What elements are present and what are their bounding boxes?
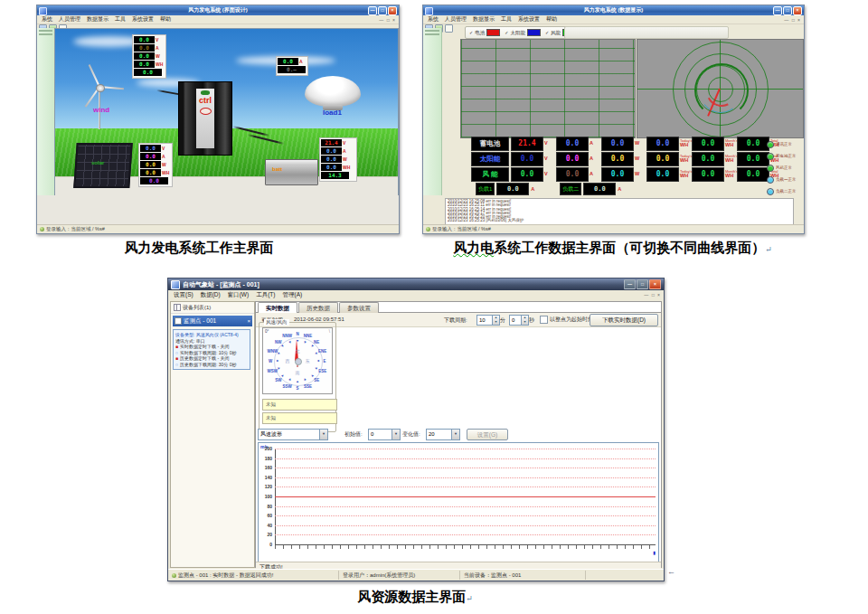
win2-sidebar[interactable] [423,28,442,195]
win3-title: 自动气象站 - [监测点 - 001] [183,280,259,289]
wind-speed-value-box[interactable]: 未知 [262,399,337,411]
lcd-value: 0.0 [692,137,724,151]
stepper-arrows-icon[interactable]: ▲▼ [492,316,499,325]
win1-mdi-controls[interactable]: — □ × [379,17,396,23]
delta-value-select[interactable]: 20 ▼ [426,429,460,440]
download-realtime-button[interactable]: 下载实时数据(D) [590,314,658,326]
menu-item-2[interactable]: 数据显示 [87,15,108,24]
solar-panel-label: solar [91,160,104,165]
unit-label: A [618,186,621,192]
status-light-3: 负载一正常 [767,174,797,185]
unit-label: W [635,141,645,146]
menu-item-3[interactable]: 工具(T) [256,291,275,299]
compass-dir-ENE: ENE [318,348,326,353]
lcd-footer-value: 0.— [278,66,306,73]
menu-item-5[interactable]: 帮助 [546,15,557,24]
chevron-down-icon[interactable]: ▼ [451,430,459,439]
menu-item-5[interactable]: 帮助 [160,15,171,24]
legend-item-1[interactable]: ✓太阳能 [505,29,541,36]
stepper-arrows-icon[interactable]: ▲▼ [521,316,528,325]
menu-item-0[interactable]: 设置(S) [174,291,193,299]
log-area[interactable]: 2010/12/23 16:25:08 err in request!2010/… [445,198,794,225]
lcd-footer-value: 14.3 [321,172,349,179]
meter-row: 0.0WH [134,61,165,68]
lcd-value: 0.0 [278,58,298,65]
tab-2[interactable]: 参数设置 [339,302,379,313]
seconds-stepper[interactable]: 0 ▲▼ [509,315,529,326]
load-label: 负载1 [476,183,495,195]
meter-row: 0.0W [134,52,165,60]
win1-sidebar[interactable] [37,28,55,195]
lcd-value: 0.0 [601,152,634,166]
compass-arrow-icon: ▲ [277,351,282,356]
menu-item-0[interactable]: 系统 [42,15,52,24]
waveform-select[interactable]: 风速波形 ▼ [258,429,328,440]
checkbox-icon[interactable] [540,316,548,324]
minimize-button[interactable]: — [773,6,782,15]
table-cell: 0.0A [556,152,599,166]
unit-label: V [544,156,554,162]
toolbar-icon[interactable] [445,24,453,33]
init-value-select[interactable]: 0 ▼ [368,429,401,440]
menu-item-1[interactable]: 人员管理 [445,15,467,24]
paragraph-mark: ↵ [466,594,473,603]
tab-0[interactable]: 实时数据 [258,302,297,313]
chevron-down-icon[interactable]: ▼ [392,430,400,439]
menu-item-2[interactable]: 数据显示 [473,15,495,24]
menu-item-2[interactable]: 窗口(W) [228,291,249,299]
unit-main: A [590,172,599,177]
maximize-button[interactable]: □ [637,279,648,289]
close-button[interactable]: × [793,6,802,15]
win1-app-icon [39,7,47,15]
set-button[interactable]: 设置(G) [467,429,508,440]
menu-item-1[interactable]: 数据(D) [201,291,221,299]
maximize-button[interactable]: □ [783,6,792,15]
lcd-value: 0.0 [646,152,679,166]
lcd-value: 0.0 [140,169,161,176]
minimize-button[interactable]: — [368,6,377,15]
menu-item-4[interactable]: 系统设置 [518,15,540,24]
checkbox-align-hour[interactable]: 以整点为起始时刻 [540,316,593,324]
compass-cn-label: 北 [296,348,300,354]
unit-label: Month'sWH [725,139,735,148]
sidebar-decor [39,30,52,32]
menu-item-3[interactable]: 工具 [501,15,512,24]
win3-content: 设备列表(1) 监测点 - 001 × 设备类型: 风速风向仪 (ACT8-4)… [168,299,664,570]
legend-label: 太阳能 [510,30,525,36]
menu-item-4[interactable]: 管理(A) [282,291,302,299]
win3-main-panel: 实时数据历史数据参数设置 更新时间： 2012-06-02 09:57:51 下… [255,301,662,568]
close-button[interactable]: × [388,6,397,15]
meter-battery: 21.4V0.0A0.0W0.0WH14.3 [319,137,357,182]
menu-item-4[interactable]: 系统设置 [132,15,154,24]
menu-item-3[interactable]: 工具 [115,15,126,24]
meter-row: 0.0A [134,44,165,52]
close-button[interactable]: × [649,279,661,289]
compass-dir-WSW: WSW [268,369,278,373]
menu-item-0[interactable]: 系统 [428,15,439,24]
status-light-0: 通讯正常 [767,138,797,150]
sidebar-decor [425,30,439,32]
minutes-stepper[interactable]: 10 ▲▼ [476,315,500,326]
lcd-footer-value: 0.0 [134,69,162,76]
win2-mdi-controls[interactable]: — □ × [784,17,801,23]
minimize-button[interactable]: — [624,279,636,289]
tree-item-monitor-point[interactable]: 监测点 - 001 × [173,316,252,326]
chevron-down-icon[interactable]: ▼ [319,430,327,439]
lcd-value: 0.0 [321,156,342,163]
win3-m[interactable]: — □ × [644,292,661,298]
menu-item-1[interactable]: 人员管理 [59,15,80,24]
compass-hub [295,358,302,365]
maximize-button[interactable]: □ [378,6,387,15]
status-light-2: 风机正常 [767,162,797,174]
wind-direction-value-box[interactable]: 未知 [262,412,337,424]
caption-bottom: 风资源数据主界面↵ [167,589,663,606]
unit-label: A [590,172,599,177]
tab-1[interactable]: 历史数据 [298,302,338,313]
tree-close-icon[interactable]: × [247,318,250,324]
tree-checkbox[interactable] [175,317,182,325]
device-list-panel: 设备列表(1) 监测点 - 001 × 设备类型: 风速风向仪 (ACT8-4)… [170,301,255,568]
unit-label: A [531,186,534,192]
compass-dir-W: W [269,359,272,364]
legend-item-0[interactable]: ✓电池 [469,29,500,36]
gridline [275,515,656,516]
